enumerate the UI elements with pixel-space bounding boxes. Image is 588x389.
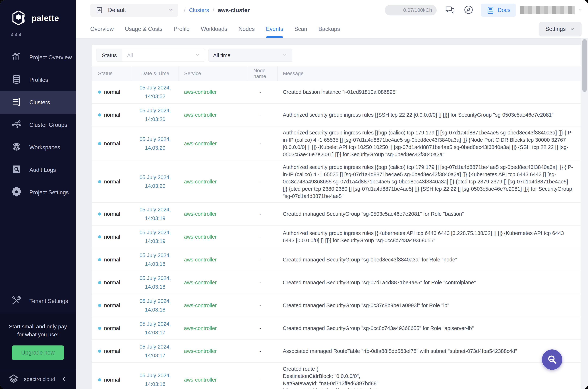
- tab-nodes[interactable]: Nodes: [239, 20, 255, 38]
- project-select[interactable]: Default: [90, 4, 178, 17]
- tab-scan[interactable]: Scan: [294, 20, 307, 38]
- event-service-cell: aws-controller: [179, 302, 248, 308]
- network-nodes-icon: [11, 119, 22, 131]
- event-date: 05 July 2024,: [132, 106, 179, 115]
- breadcrumb-clusters-link[interactable]: Clusters: [189, 7, 209, 13]
- status-dot-icon: [98, 327, 101, 330]
- event-node-cell: -: [248, 377, 277, 383]
- audit-log-icon: [11, 164, 22, 176]
- sidebar-item-project-settings[interactable]: Project Settings: [0, 181, 76, 204]
- event-status-cell: normal: [92, 325, 132, 331]
- tab-overview[interactable]: Overview: [90, 20, 114, 38]
- tab-usage-costs[interactable]: Usage & Costs: [125, 20, 162, 38]
- event-status-cell: normal: [92, 302, 132, 308]
- event-service-cell: aws-controller: [179, 112, 248, 118]
- sidebar-item-label: Project Settings: [29, 189, 69, 196]
- event-status-cell: normal: [92, 179, 132, 185]
- status-filter-select[interactable]: All: [122, 49, 205, 62]
- event-service-cell: aws-controller: [179, 89, 248, 95]
- tab-workloads[interactable]: Workloads: [201, 20, 227, 38]
- chevron-down-icon: [570, 26, 575, 32]
- event-service-cell: aws-controller: [179, 348, 248, 354]
- event-time: 14:03:16: [132, 380, 179, 389]
- event-datetime-cell: 05 July 2024, 14:03:19: [132, 205, 179, 223]
- sidebar-item-audit-logs[interactable]: Audit Logs: [0, 159, 76, 181]
- event-datetime-cell: 05 July 2024, 14:03:16: [132, 371, 179, 389]
- event-time: 14:03:17: [132, 351, 179, 360]
- column-header-date-time: Date & Time: [132, 66, 179, 81]
- help-search-button[interactable]: [542, 350, 562, 370]
- event-status-cell: normal: [92, 280, 132, 286]
- event-datetime-cell: 05 July 2024, 14:03:20: [132, 106, 179, 124]
- status-text: normal: [104, 325, 120, 331]
- time-range-value: All time: [213, 52, 230, 58]
- bar-chart-icon: [11, 51, 22, 64]
- sidebar-item-tenant-settings[interactable]: Tenant Settings: [0, 290, 76, 312]
- docs-button[interactable]: Docs: [481, 4, 516, 17]
- event-row: normal 05 July 2024, 14:03:18 aws-contro…: [92, 294, 581, 317]
- collapse-sidebar-icon[interactable]: [61, 376, 67, 383]
- event-status-cell: normal: [92, 257, 132, 263]
- event-node-cell: -: [248, 112, 277, 118]
- event-time: 14:03:18: [132, 260, 179, 268]
- compass-icon[interactable]: [463, 5, 474, 16]
- event-node-cell: -: [248, 302, 277, 308]
- brand-block: palette 4.4.4: [0, 0, 76, 37]
- event-service-cell: aws-controller: [179, 234, 248, 240]
- event-time: 14:03:52: [132, 92, 179, 101]
- topbar: Default / Clusters / aws-cluster 0.07/10…: [76, 0, 588, 20]
- sidebar-item-project-overview[interactable]: Project Overview: [0, 46, 76, 69]
- layers-icon: [11, 74, 22, 86]
- user-menu[interactable]: [520, 6, 583, 14]
- sidebar-item-label: Cluster Groups: [29, 122, 67, 128]
- event-status-cell: normal: [92, 234, 132, 240]
- settings-button[interactable]: Settings: [539, 22, 582, 36]
- event-date: 05 July 2024,: [132, 228, 179, 237]
- sidebar-item-workspaces[interactable]: Workspaces: [0, 136, 76, 159]
- status-dot-icon: [98, 91, 101, 94]
- event-datetime-cell: 05 July 2024, 14:03:52: [132, 83, 179, 101]
- event-date: 05 July 2024,: [132, 251, 179, 260]
- event-row: normal 05 July 2024, 14:03:20 aws-contro…: [92, 161, 581, 202]
- event-datetime-cell: 05 July 2024, 14:03:19: [132, 228, 179, 246]
- event-node-cell: -: [248, 179, 277, 185]
- event-message-cell: Created bastion instance "i-01ed91810af0…: [277, 88, 581, 96]
- status-dot-icon: [98, 113, 101, 117]
- tab-profile[interactable]: Profile: [174, 20, 190, 38]
- time-range-select[interactable]: All time: [208, 49, 292, 62]
- status-filter-label: Status: [96, 49, 122, 62]
- status-filter: Status All: [96, 49, 205, 62]
- event-time: 14:03:20: [132, 143, 179, 152]
- status-text: normal: [104, 257, 120, 263]
- tab-events[interactable]: Events: [266, 20, 283, 38]
- event-row: normal 05 July 2024, 14:03:18 aws-contro…: [92, 248, 581, 271]
- promo-text: Start small and only pay for what you us…: [7, 323, 69, 339]
- upgrade-now-button[interactable]: Upgrade now: [12, 345, 64, 360]
- sidebar-item-label: Tenant Settings: [29, 298, 68, 304]
- status-dot-icon: [98, 258, 101, 261]
- event-datetime-cell: 05 July 2024, 14:03:20: [132, 135, 179, 152]
- sidebar-item-profiles[interactable]: Profiles: [0, 69, 76, 91]
- event-message-cell: Created managed SecurityGroup "sg-07d1a4…: [277, 279, 581, 286]
- palette-logo-icon: [10, 9, 27, 27]
- event-node-cell: -: [248, 234, 277, 240]
- tools-icon: [11, 295, 22, 308]
- sidebar-item-label: Workspaces: [29, 144, 60, 151]
- sidebar-item-clusters[interactable]: Clusters: [0, 91, 76, 114]
- status-text: normal: [104, 302, 120, 308]
- event-service-cell: aws-controller: [179, 257, 248, 263]
- event-message-cell: Authorized security group ingress rules …: [277, 129, 581, 158]
- feedback-chat-icon[interactable]: [445, 5, 455, 16]
- status-dot-icon: [98, 212, 101, 216]
- scrollbar-thumb[interactable]: [582, 39, 587, 92]
- event-time: 14:03:19: [132, 214, 179, 223]
- sidebar-item-cluster-groups[interactable]: Cluster Groups: [0, 114, 76, 136]
- event-row: normal 05 July 2024, 14:03:20 aws-contro…: [92, 103, 581, 126]
- spectro-cloud-logo-icon: [8, 374, 19, 385]
- event-datetime-cell: 05 July 2024, 14:03:18: [132, 297, 179, 314]
- gear-icon: [11, 186, 22, 199]
- sidebar-nav: Project Overview Profiles Clusters Clust…: [0, 46, 76, 204]
- tab-backups[interactable]: Backups: [318, 20, 340, 38]
- vertical-scrollbar[interactable]: [581, 38, 588, 389]
- event-node-cell: -: [248, 348, 277, 354]
